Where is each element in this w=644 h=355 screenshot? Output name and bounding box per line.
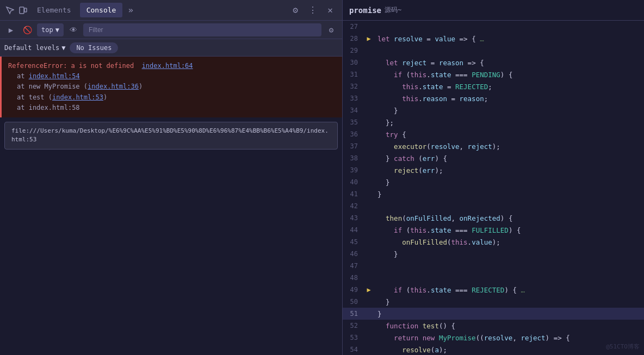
code-line-49: 49 ▶ if (this.state === REJECTED) { … [343,284,644,296]
dropdown-arrow: ▼ [55,26,59,34]
line-code: } catch (err) { [373,152,644,164]
line-number: 53 [343,332,364,344]
code-line-41: 41 } [343,188,644,200]
code-panel: promise 源码~ 27 28 ▶ let resolve = value … [343,0,644,355]
line-code: } [373,308,644,320]
devtools-panel: Elements Console » ⚙ ⋮ ✕ ▶ 🚫 top ▼ 👁 ⚙ D… [0,0,343,355]
code-line-44: 44 if (this.state === FULFILLED) { [343,224,644,236]
line-arrow [364,104,373,116]
error-link-2[interactable]: index.html:36 [88,83,139,90]
line-arrow [364,152,373,164]
error-main-link[interactable]: index.html:64 [142,62,193,70]
code-line-50: 50 } [343,296,644,308]
eye-icon[interactable]: 👁 [67,23,80,36]
code-line-38: 38 } catch (err) { [343,152,644,164]
line-number: 38 [343,152,364,164]
block-icon[interactable]: 🚫 [21,23,34,36]
line-arrow [364,140,373,152]
line-number: 33 [343,92,364,104]
code-line-33: 33 this.reason = reason; [343,92,644,104]
line-arrow [364,248,373,260]
url-tooltip: file:///Users/kuma/Desktop/%E6%9C%AA%E5%… [4,122,338,150]
line-number: 40 [343,176,364,188]
filter-input[interactable] [83,23,321,36]
code-content: 27 28 ▶ let resolve = value => { … 29 30 [343,21,644,355]
line-arrow [364,21,373,33]
line-arrow [364,176,373,188]
line-code [373,45,644,57]
default-levels-button[interactable]: Default levels ▼ [4,44,65,52]
line-number: 46 [343,248,364,260]
device-icon[interactable] [17,5,28,16]
line-arrow [364,128,373,140]
svg-rect-0 [20,7,24,14]
line-code: if (this.state === PENDING) { [373,68,644,80]
error-trace-4: at index.html:58 [8,103,336,113]
tab-console[interactable]: Console [80,3,123,17]
url-text: file:///Users/kuma/Desktop/%E6%9C%AA%E5%… [11,127,329,144]
line-arrow [364,296,373,308]
line-code: reject(err); [373,164,644,176]
context-dropdown[interactable]: top ▼ [37,23,64,36]
line-number: 30 [343,57,364,68]
code-lines: 27 28 ▶ let resolve = value => { … 29 30 [343,21,644,355]
line-code: let reject = reason => { [373,57,644,68]
line-code [373,200,644,212]
line-arrow [364,80,373,92]
error-at-3: at test ( [17,94,52,101]
line-number: 28 [343,33,364,45]
code-line-39: 39 reject(err); [343,164,644,176]
inspect-icon[interactable] [4,5,15,16]
filter-settings-icon[interactable]: ⚙ [325,23,338,36]
line-number: 29 [343,45,364,57]
settings-gear-icon[interactable]: ⚙ [288,3,303,18]
line-arrow [364,92,373,104]
line-number: 36 [343,128,364,140]
line-code: function test() { [373,320,644,332]
code-line-37: 37 executor(resolve, reject); [343,140,644,152]
line-code: if (this.state === REJECTED) { … [373,284,644,296]
devtools-topbar: Elements Console » ⚙ ⋮ ✕ [0,0,342,21]
line-number: 31 [343,68,364,80]
error-link-3[interactable]: index.html:53 [52,94,103,101]
code-line-36: 36 try { [343,128,644,140]
line-number: 35 [343,116,364,128]
line-number: 44 [343,224,364,236]
code-line-51: 51 } [343,308,644,320]
code-line-34: 34 } [343,104,644,116]
error-at-4: at index.html:58 [17,104,80,111]
close-icon[interactable]: ✕ [323,3,338,18]
play-icon[interactable]: ▶ [4,23,17,36]
code-line-47: 47 [343,260,644,272]
line-arrow [364,212,373,224]
kebab-menu-icon[interactable]: ⋮ [305,3,320,18]
code-line-30: 30 let reject = reason => { [343,57,644,68]
line-number: 34 [343,104,364,116]
line-arrow [364,188,373,200]
line-code: try { [373,128,644,140]
no-issues-button[interactable]: No Issues [70,42,118,53]
levels-arrow: ▼ [61,44,65,52]
code-line-46: 46 } [343,248,644,260]
line-code: } [373,296,644,308]
line-arrow [364,236,373,248]
tab-elements[interactable]: Elements [30,3,78,17]
more-tabs[interactable]: » [125,3,137,17]
file-title: promise [349,6,381,15]
code-line-29: 29 [343,45,644,57]
watermark: @51CTO博客 [606,342,640,351]
console-output: ReferenceError: a is not defined index.h… [0,57,342,355]
line-arrow [364,308,373,320]
line-arrow: ▶ [364,33,373,45]
line-arrow [364,320,373,332]
error-main-text: ReferenceError: a is not defined index.h… [8,61,336,71]
line-arrow [364,68,373,80]
line-arrow [364,164,373,176]
line-arrow [364,332,373,344]
code-line-28: 28 ▶ let resolve = value => { … [343,33,644,45]
line-number: 49 [343,284,364,296]
code-line-45: 45 onFulFilled(this.value); [343,236,644,248]
error-link-1[interactable]: index.html:54 [29,72,80,80]
line-code: let resolve = value => { … [373,33,644,45]
code-line-32: 32 this.state = REJECTED; [343,80,644,92]
